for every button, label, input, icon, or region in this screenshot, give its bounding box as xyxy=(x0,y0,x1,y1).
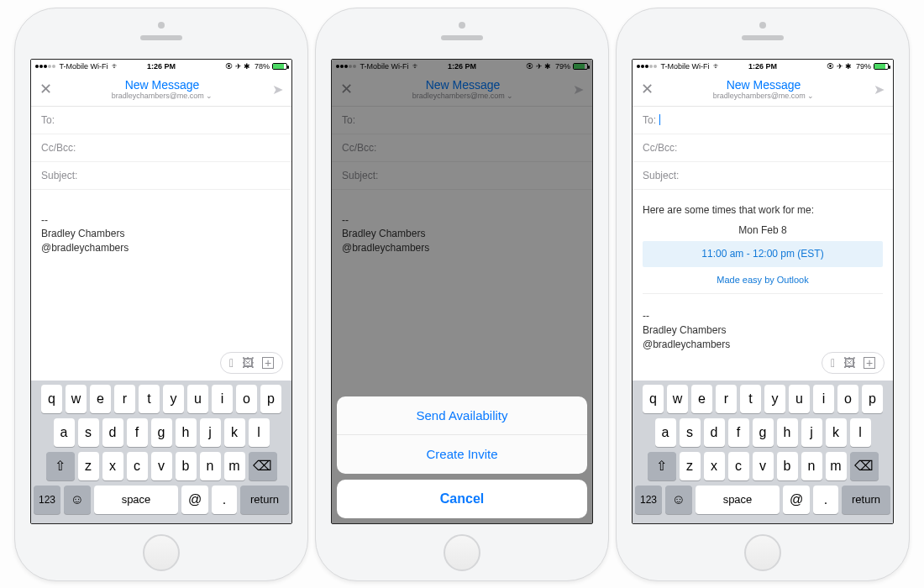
key-u[interactable]: u xyxy=(187,385,208,413)
create-invite-option[interactable]: Create Invite xyxy=(337,435,587,474)
key-y[interactable]: y xyxy=(764,385,785,413)
send-icon[interactable]: ➤ xyxy=(272,81,283,97)
key-⇧[interactable]: ⇧ xyxy=(648,452,676,480)
key-space[interactable]: space xyxy=(696,486,780,514)
key-l[interactable]: l xyxy=(249,418,270,447)
key-r[interactable]: r xyxy=(716,385,737,413)
key-x[interactable]: x xyxy=(102,452,123,480)
key-return[interactable]: return xyxy=(842,486,890,514)
key-b[interactable]: b xyxy=(176,452,197,480)
key-q[interactable]: q xyxy=(41,385,62,413)
paperclip-icon[interactable]: 𖢲 xyxy=(831,357,835,369)
key-e[interactable]: e xyxy=(90,385,111,413)
key-v[interactable]: v xyxy=(151,452,172,480)
key-123[interactable]: 123 xyxy=(635,486,662,514)
key-j[interactable]: j xyxy=(200,418,221,447)
to-field[interactable]: To: xyxy=(31,107,291,134)
home-button[interactable] xyxy=(744,534,781,571)
key-123[interactable]: 123 xyxy=(34,486,60,514)
paperclip-icon[interactable]: 𖢲 xyxy=(229,357,234,369)
key-⌫[interactable]: ⌫ xyxy=(249,452,277,480)
send-icon[interactable]: ➤ xyxy=(874,81,885,97)
key-x[interactable]: x xyxy=(704,452,725,480)
key-b[interactable]: b xyxy=(777,452,798,480)
photo-icon[interactable]: 🖾 xyxy=(843,357,855,369)
key-v[interactable]: v xyxy=(753,452,774,480)
key-m[interactable]: m xyxy=(224,452,245,480)
key-☺[interactable]: ☺ xyxy=(665,486,692,514)
key-i[interactable]: i xyxy=(813,385,834,413)
key-s[interactable]: s xyxy=(680,418,701,447)
key-c[interactable]: c xyxy=(728,452,749,480)
key-h[interactable]: h xyxy=(176,418,197,447)
key-☺[interactable]: ☺ xyxy=(64,486,91,514)
calendar-add-icon[interactable]: + xyxy=(864,357,875,369)
key-n[interactable]: n xyxy=(801,452,822,480)
key-n[interactable]: n xyxy=(200,452,221,480)
close-icon[interactable]: ✕ xyxy=(641,80,654,98)
home-button[interactable] xyxy=(444,534,480,571)
send-availability-option[interactable]: Send Availability xyxy=(337,396,587,435)
key-d[interactable]: d xyxy=(102,418,123,447)
key-c[interactable]: c xyxy=(127,452,148,480)
key-a[interactable]: a xyxy=(54,418,75,447)
key-y[interactable]: y xyxy=(163,385,184,413)
photo-icon[interactable]: 🖾 xyxy=(242,357,254,369)
availability-day: Mon Feb 8 xyxy=(643,223,883,238)
to-field[interactable]: To: xyxy=(633,107,893,134)
key-⇧[interactable]: ⇧ xyxy=(46,452,75,480)
key-h[interactable]: h xyxy=(777,418,798,447)
key-w[interactable]: w xyxy=(667,385,688,413)
key-p[interactable]: p xyxy=(260,385,281,413)
key-t[interactable]: t xyxy=(139,385,160,413)
outlook-credit[interactable]: Made easy by Outlook xyxy=(643,274,883,294)
message-body[interactable]: -- Bradley Chambers @bradleychambers 𖢲 🖾… xyxy=(31,190,291,381)
key-o[interactable]: o xyxy=(837,385,858,413)
key-f[interactable]: f xyxy=(127,418,148,447)
key-q[interactable]: q xyxy=(643,385,664,413)
status-bar: T-Mobile Wi-Fi ᯤ 1:26 PM ⦿ ✈︎ ✱ 79% xyxy=(633,60,893,73)
key-k[interactable]: k xyxy=(224,418,245,447)
key-j[interactable]: j xyxy=(801,418,822,447)
subject-field[interactable]: Subject: xyxy=(633,162,893,190)
key-d[interactable]: d xyxy=(704,418,725,447)
key-return[interactable]: return xyxy=(240,486,289,514)
subject-field[interactable]: Subject: xyxy=(31,162,291,190)
key-g[interactable]: g xyxy=(753,418,774,447)
cancel-button[interactable]: Cancel xyxy=(337,480,587,518)
home-button[interactable] xyxy=(143,534,180,571)
key-space[interactable]: space xyxy=(94,486,178,514)
key-f[interactable]: f xyxy=(728,418,749,447)
key-t[interactable]: t xyxy=(740,385,761,413)
availability-slot[interactable]: 11:00 am - 12:00 pm (EST) xyxy=(643,241,883,267)
key-.[interactable]: . xyxy=(212,486,237,514)
key-w[interactable]: w xyxy=(66,385,87,413)
key-g[interactable]: g xyxy=(151,418,172,447)
key-a[interactable]: a xyxy=(655,418,676,447)
key-l[interactable]: l xyxy=(850,418,871,447)
key-.[interactable]: . xyxy=(813,486,838,514)
key-i[interactable]: i xyxy=(212,385,233,413)
key-k[interactable]: k xyxy=(826,418,847,447)
key-u[interactable]: u xyxy=(789,385,810,413)
key-r[interactable]: r xyxy=(114,385,135,413)
attachment-toolbar: 𖢲 🖾 + xyxy=(220,352,283,374)
close-icon[interactable]: ✕ xyxy=(39,80,52,98)
key-z[interactable]: z xyxy=(78,452,99,480)
phone-camera xyxy=(459,22,465,29)
key-o[interactable]: o xyxy=(236,385,257,413)
key-@[interactable]: @ xyxy=(783,486,810,514)
calendar-add-icon[interactable]: + xyxy=(262,357,274,369)
key-e[interactable]: e xyxy=(691,385,712,413)
key-⌫[interactable]: ⌫ xyxy=(850,452,879,480)
ccbcc-field[interactable]: Cc/Bcc: xyxy=(633,134,893,162)
key-@[interactable]: @ xyxy=(181,486,208,514)
from-account[interactable]: bradleychambers@me.com xyxy=(52,92,272,100)
key-m[interactable]: m xyxy=(826,452,847,480)
key-p[interactable]: p xyxy=(862,385,883,413)
key-s[interactable]: s xyxy=(78,418,99,447)
phone-speaker xyxy=(140,35,182,40)
message-body[interactable]: Here are some times that work for me: Mo… xyxy=(633,190,893,381)
ccbcc-field[interactable]: Cc/Bcc: xyxy=(31,134,291,162)
key-z[interactable]: z xyxy=(680,452,701,480)
